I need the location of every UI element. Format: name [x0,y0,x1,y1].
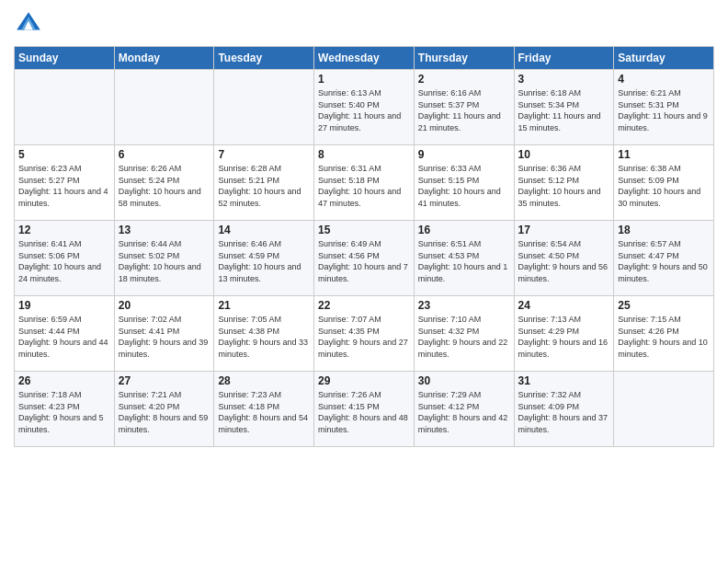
day-number: 8 [318,148,410,161]
day-number: 21 [218,299,310,312]
cell-info: Sunrise: 7:05 AM Sunset: 4:38 PM Dayligh… [218,314,310,360]
cell-info: Sunrise: 6:13 AM Sunset: 5:40 PM Dayligh… [318,87,410,133]
calendar-cell: 8Sunrise: 6:31 AM Sunset: 5:18 PM Daylig… [314,145,415,221]
day-number: 10 [518,148,610,161]
calendar-cell: 17Sunrise: 6:54 AM Sunset: 4:50 PM Dayli… [514,221,614,296]
cell-info: Sunrise: 7:10 AM Sunset: 4:32 PM Dayligh… [418,314,510,360]
day-number: 26 [18,374,110,387]
cell-info: Sunrise: 6:28 AM Sunset: 5:21 PM Dayligh… [218,163,310,209]
cell-info: Sunrise: 6:59 AM Sunset: 4:44 PM Dayligh… [18,314,110,360]
calendar-cell: 29Sunrise: 7:26 AM Sunset: 4:15 PM Dayli… [314,372,415,447]
weekday-header-saturday: Saturday [614,47,714,70]
calendar-cell: 16Sunrise: 6:51 AM Sunset: 4:53 PM Dayli… [414,221,514,296]
calendar-cell: 5Sunrise: 6:23 AM Sunset: 5:27 PM Daylig… [15,145,115,221]
calendar-cell: 27Sunrise: 7:21 AM Sunset: 4:20 PM Dayli… [114,372,214,447]
cell-info: Sunrise: 7:21 AM Sunset: 4:20 PM Dayligh… [119,389,210,435]
calendar-week-1: 1Sunrise: 6:13 AM Sunset: 5:40 PM Daylig… [15,70,714,145]
day-number: 11 [618,148,710,161]
cell-info: Sunrise: 6:18 AM Sunset: 5:34 PM Dayligh… [518,87,610,133]
calendar-cell: 3Sunrise: 6:18 AM Sunset: 5:34 PM Daylig… [514,70,614,145]
calendar-cell: 9Sunrise: 6:33 AM Sunset: 5:15 PM Daylig… [414,145,514,221]
calendar-cell: 25Sunrise: 7:15 AM Sunset: 4:26 PM Dayli… [614,296,714,372]
cell-info: Sunrise: 6:41 AM Sunset: 5:06 PM Dayligh… [18,238,110,284]
day-number: 25 [618,299,710,312]
calendar-cell: 23Sunrise: 7:10 AM Sunset: 4:32 PM Dayli… [414,296,514,372]
calendar-cell [114,70,214,145]
weekday-row: SundayMondayTuesdayWednesdayThursdayFrid… [15,47,714,70]
cell-info: Sunrise: 7:02 AM Sunset: 4:41 PM Dayligh… [119,314,210,360]
calendar-cell: 28Sunrise: 7:23 AM Sunset: 4:18 PM Dayli… [214,372,314,447]
day-number: 12 [18,224,110,236]
calendar-cell: 31Sunrise: 7:32 AM Sunset: 4:09 PM Dayli… [514,372,614,447]
cell-info: Sunrise: 6:23 AM Sunset: 5:27 PM Dayligh… [18,163,110,209]
calendar-cell: 18Sunrise: 6:57 AM Sunset: 4:47 PM Dayli… [614,221,714,296]
cell-info: Sunrise: 6:33 AM Sunset: 5:15 PM Dayligh… [418,163,510,209]
calendar-cell: 20Sunrise: 7:02 AM Sunset: 4:41 PM Dayli… [114,296,214,372]
calendar-week-4: 19Sunrise: 6:59 AM Sunset: 4:44 PM Dayli… [15,296,714,372]
cell-info: Sunrise: 7:07 AM Sunset: 4:35 PM Dayligh… [318,314,410,360]
cell-info: Sunrise: 6:44 AM Sunset: 5:02 PM Dayligh… [119,238,210,284]
calendar-cell: 22Sunrise: 7:07 AM Sunset: 4:35 PM Dayli… [314,296,415,372]
calendar-cell: 6Sunrise: 6:26 AM Sunset: 5:24 PM Daylig… [114,145,214,221]
day-number: 20 [119,299,210,312]
weekday-header-thursday: Thursday [414,47,514,70]
calendar-cell: 1Sunrise: 6:13 AM Sunset: 5:40 PM Daylig… [314,70,415,145]
calendar-cell: 2Sunrise: 6:16 AM Sunset: 5:37 PM Daylig… [414,70,514,145]
calendar-week-5: 26Sunrise: 7:18 AM Sunset: 4:23 PM Dayli… [15,372,714,447]
weekday-header-tuesday: Tuesday [214,47,314,70]
calendar-cell [15,70,115,145]
weekday-header-sunday: Sunday [15,47,115,70]
cell-info: Sunrise: 7:13 AM Sunset: 4:29 PM Dayligh… [518,314,610,360]
day-number: 30 [418,374,510,387]
day-number: 17 [518,224,610,236]
calendar-body: 1Sunrise: 6:13 AM Sunset: 5:40 PM Daylig… [15,70,714,447]
cell-info: Sunrise: 6:36 AM Sunset: 5:12 PM Dayligh… [518,163,610,209]
calendar-week-2: 5Sunrise: 6:23 AM Sunset: 5:27 PM Daylig… [15,145,714,221]
calendar-cell: 10Sunrise: 6:36 AM Sunset: 5:12 PM Dayli… [514,145,614,221]
cell-info: Sunrise: 6:16 AM Sunset: 5:37 PM Dayligh… [418,87,510,133]
cell-info: Sunrise: 6:21 AM Sunset: 5:31 PM Dayligh… [618,87,710,133]
calendar-cell: 14Sunrise: 6:46 AM Sunset: 4:59 PM Dayli… [214,221,314,296]
calendar-cell: 19Sunrise: 6:59 AM Sunset: 4:44 PM Dayli… [15,296,115,372]
day-number: 24 [518,299,610,312]
day-number: 1 [318,73,410,86]
calendar-cell: 24Sunrise: 7:13 AM Sunset: 4:29 PM Dayli… [514,296,614,372]
weekday-header-monday: Monday [114,47,214,70]
day-number: 22 [318,299,410,312]
cell-info: Sunrise: 6:46 AM Sunset: 4:59 PM Dayligh… [218,238,310,284]
calendar-cell [614,372,714,447]
cell-info: Sunrise: 6:57 AM Sunset: 4:47 PM Dayligh… [618,238,710,284]
day-number: 3 [518,73,610,86]
day-number: 13 [119,224,210,236]
cell-info: Sunrise: 7:29 AM Sunset: 4:12 PM Dayligh… [418,389,510,435]
day-number: 7 [218,148,310,161]
day-number: 2 [418,73,510,86]
header [14,9,714,39]
day-number: 23 [418,299,510,312]
logo [14,9,47,39]
calendar-week-3: 12Sunrise: 6:41 AM Sunset: 5:06 PM Dayli… [15,221,714,296]
cell-info: Sunrise: 7:26 AM Sunset: 4:15 PM Dayligh… [318,389,410,435]
weekday-header-friday: Friday [514,47,614,70]
cell-info: Sunrise: 7:15 AM Sunset: 4:26 PM Dayligh… [618,314,710,360]
cell-info: Sunrise: 7:32 AM Sunset: 4:09 PM Dayligh… [518,389,610,435]
day-number: 9 [418,148,510,161]
cell-info: Sunrise: 6:38 AM Sunset: 5:09 PM Dayligh… [618,163,710,209]
cell-info: Sunrise: 6:49 AM Sunset: 4:56 PM Dayligh… [318,238,410,284]
cell-info: Sunrise: 6:54 AM Sunset: 4:50 PM Dayligh… [518,238,610,284]
day-number: 19 [18,299,110,312]
day-number: 18 [618,224,710,236]
calendar-header: SundayMondayTuesdayWednesdayThursdayFrid… [15,47,714,70]
calendar-cell: 30Sunrise: 7:29 AM Sunset: 4:12 PM Dayli… [414,372,514,447]
day-number: 14 [218,224,310,236]
calendar-cell: 12Sunrise: 6:41 AM Sunset: 5:06 PM Dayli… [15,221,115,296]
page: SundayMondayTuesdayWednesdayThursdayFrid… [0,0,728,563]
calendar-cell: 15Sunrise: 6:49 AM Sunset: 4:56 PM Dayli… [314,221,415,296]
calendar-cell [214,70,314,145]
day-number: 6 [119,148,210,161]
day-number: 27 [119,374,210,387]
calendar-cell: 13Sunrise: 6:44 AM Sunset: 5:02 PM Dayli… [114,221,214,296]
cell-info: Sunrise: 7:18 AM Sunset: 4:23 PM Dayligh… [18,389,110,435]
calendar-table: SundayMondayTuesdayWednesdayThursdayFrid… [14,46,714,447]
calendar-cell: 11Sunrise: 6:38 AM Sunset: 5:09 PM Dayli… [614,145,714,221]
